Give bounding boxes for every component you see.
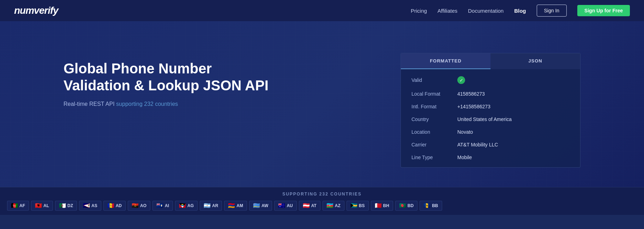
country-code-bb: BB — [432, 203, 438, 208]
countries-strip: SUPPORTING 232 COUNTRIES 🇦🇫AF🇦🇱AL🇩🇿DZ🇦🇸A… — [0, 187, 644, 215]
nav-pricing[interactable]: Pricing — [411, 8, 427, 14]
label-local-format: Local Format — [411, 91, 457, 97]
result-row-country: Country United States of America — [401, 113, 580, 126]
country-code-at: AT — [311, 203, 317, 208]
flag-bs: 🇧🇸 — [350, 203, 357, 209]
result-row-line-type: Line Type Mobile — [401, 151, 580, 164]
value-intl-format: +14158586273 — [457, 104, 490, 109]
country-code-bh: BH — [383, 203, 389, 208]
flag-af: 🇦🇫 — [11, 203, 18, 209]
country-item-ad[interactable]: 🇦🇩AD — [103, 201, 126, 211]
result-row-intl-format: Intl. Format +14158586273 — [401, 100, 580, 113]
flag-al: 🇦🇱 — [35, 203, 42, 209]
country-code-bd: BD — [408, 203, 414, 208]
country-code-ad: AD — [116, 203, 122, 208]
label-intl-format: Intl. Format — [411, 104, 457, 109]
nav-links: Pricing Affiliates Documentation Blog Si… — [411, 5, 630, 17]
flag-bd: 🇧🇩 — [399, 203, 406, 209]
country-code-al: AL — [43, 203, 49, 208]
value-location: Novato — [457, 129, 473, 135]
country-item-bh[interactable]: 🇧🇭BH — [371, 201, 393, 211]
result-row-carrier: Carrier AT&T Mobility LLC — [401, 138, 580, 151]
country-code-dz: DZ — [67, 203, 73, 208]
country-item-as[interactable]: 🇦🇸AS — [79, 201, 101, 211]
hero-subtitle: Real-time REST API supporting 232 countr… — [64, 101, 401, 107]
result-rows: Valid ✓ Local Format 4158586273 Intl. Fo… — [401, 69, 580, 167]
result-card: FORMATTED JSON Valid ✓ Local Format 4158… — [401, 53, 580, 168]
countries-title: SUPPORTING 232 COUNTRIES — [0, 192, 644, 197]
hero-content: Global Phone Number Validation & Lookup … — [64, 49, 401, 107]
flag-bb: 🇧🇧 — [423, 203, 431, 209]
country-code-as: AS — [91, 203, 97, 208]
hero-title: Global Phone Number Validation & Lookup … — [64, 60, 401, 94]
hero-section: Global Phone Number Validation & Lookup … — [0, 21, 644, 187]
countries-flags: 🇦🇫AF🇦🇱AL🇩🇿DZ🇦🇸AS🇦🇩AD🇦🇴AO🇦🇮AI🇦🇬AG🇦🇷AR🇦🇲AM… — [0, 201, 644, 215]
flag-au: 🇦🇺 — [278, 203, 285, 209]
country-code-ao: AO — [140, 203, 146, 208]
valid-check-icon: ✓ — [457, 76, 465, 84]
nav-blog[interactable]: Blog — [514, 8, 526, 14]
country-code-ar: AR — [212, 203, 218, 208]
navbar: numverify Pricing Affiliates Documentati… — [0, 0, 644, 21]
signup-button[interactable]: Sign Up for Free — [577, 5, 630, 16]
label-location: Location — [411, 129, 457, 135]
country-code-aw: AW — [261, 203, 268, 208]
country-item-ao[interactable]: 🇦🇴AO — [128, 201, 150, 211]
nav-affiliates[interactable]: Affiliates — [438, 8, 457, 14]
country-code-bs: BS — [359, 203, 365, 208]
signin-button[interactable]: Sign In — [537, 5, 567, 17]
value-line-type: Mobile — [457, 155, 472, 160]
tab-json[interactable]: JSON — [490, 53, 580, 69]
country-item-at[interactable]: 🇦🇹AT — [299, 201, 320, 211]
value-carrier: AT&T Mobility LLC — [457, 142, 498, 147]
country-item-af[interactable]: 🇦🇫AF — [7, 201, 29, 211]
result-row-valid: Valid ✓ — [401, 73, 580, 88]
country-item-bb[interactable]: 🇧🇧BB — [420, 201, 442, 211]
hero-subtitle-highlight: supporting 232 countries — [116, 101, 178, 107]
result-row-location: Location Novato — [401, 126, 580, 138]
country-item-ai[interactable]: 🇦🇮AI — [152, 201, 173, 211]
country-item-ar[interactable]: 🇦🇷AR — [200, 201, 222, 211]
result-row-local-format: Local Format 4158586273 — [401, 88, 580, 100]
flag-at: 🇦🇹 — [303, 203, 310, 209]
flag-ai: 🇦🇮 — [156, 203, 163, 209]
flag-ag: 🇦🇬 — [179, 203, 186, 209]
flag-am: 🇦🇲 — [228, 203, 235, 209]
flag-ad: 🇦🇩 — [107, 203, 114, 209]
flag-as: 🇦🇸 — [83, 203, 90, 209]
result-tabs: FORMATTED JSON — [401, 53, 580, 69]
country-item-bd[interactable]: 🇧🇩BD — [395, 201, 417, 211]
logo[interactable]: numverify — [14, 5, 58, 16]
flag-az: 🇦🇿 — [326, 203, 333, 209]
tab-formatted[interactable]: FORMATTED — [401, 53, 490, 69]
country-code-am: AM — [236, 203, 243, 208]
country-item-au[interactable]: 🇦🇺AU — [274, 201, 296, 211]
country-item-ag[interactable]: 🇦🇬AG — [175, 201, 198, 211]
label-line-type: Line Type — [411, 155, 457, 160]
flag-aw: 🇦🇼 — [253, 203, 260, 209]
flag-dz: 🇩🇿 — [59, 203, 66, 209]
label-valid: Valid — [411, 77, 457, 83]
value-local-format: 4158586273 — [457, 91, 485, 97]
country-item-bs[interactable]: 🇧🇸BS — [347, 201, 369, 211]
country-code-ai: AI — [165, 203, 169, 208]
label-country: Country — [411, 116, 457, 122]
flag-ao: 🇦🇴 — [132, 203, 139, 209]
value-country: United States of America — [457, 116, 512, 122]
country-code-az: AZ — [335, 203, 341, 208]
nav-documentation[interactable]: Documentation — [468, 8, 504, 14]
country-code-au: AU — [287, 203, 293, 208]
country-item-az[interactable]: 🇦🇿AZ — [323, 201, 344, 211]
label-carrier: Carrier — [411, 142, 457, 147]
country-item-aw[interactable]: 🇦🇼AW — [249, 201, 272, 211]
flag-bh: 🇧🇭 — [375, 203, 382, 209]
country-item-am[interactable]: 🇦🇲AM — [224, 201, 247, 211]
flag-ar: 🇦🇷 — [204, 203, 211, 209]
country-code-ag: AG — [187, 203, 194, 208]
country-item-dz[interactable]: 🇩🇿DZ — [55, 201, 77, 211]
country-code-af: AF — [19, 203, 25, 208]
country-item-al[interactable]: 🇦🇱AL — [31, 201, 53, 211]
